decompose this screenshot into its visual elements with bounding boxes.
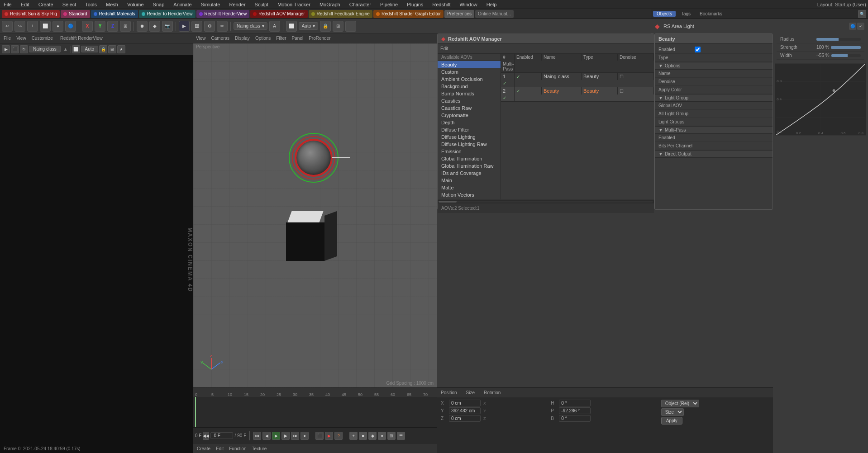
aov-item-bump-normals[interactable]: Bump Normals	[438, 90, 501, 97]
aov-item-normals[interactable]: Normals	[438, 198, 501, 199]
strength-slider[interactable]	[831, 46, 861, 49]
menu-file[interactable]: File	[2, 2, 14, 7]
menu-sculpt[interactable]: Sculpt	[253, 2, 271, 7]
menu-pipeline[interactable]: Pipeline	[378, 2, 400, 7]
tab-feedback-engine[interactable]: Redshift Feedback Engine	[309, 10, 372, 18]
func-function[interactable]: Function	[229, 446, 246, 451]
aov-item-custom[interactable]: Custom	[438, 68, 501, 76]
toolbar-y-axis[interactable]: Y	[95, 21, 105, 32]
radius-slider[interactable]	[816, 38, 861, 41]
render-stop[interactable]: ⬛	[11, 45, 19, 53]
toolbar-render-settings[interactable]: ⚙	[204, 21, 215, 32]
aov-item-diffuse-filter[interactable]: Diffuse Filter	[438, 126, 501, 133]
menu-motion-tracker[interactable]: Motion Tracker	[276, 2, 312, 7]
aov-item-background[interactable]: Background	[438, 83, 501, 90]
cell-multipass-1[interactable]: ✓	[501, 80, 515, 87]
toolbar-cylinder[interactable]: 🔵	[65, 21, 76, 32]
aov-item-main[interactable]: Main	[438, 177, 501, 184]
tab-aov-manager[interactable]: Redshift AOV Manager	[250, 10, 307, 18]
menu-script[interactable]: Window	[458, 2, 479, 7]
film-btn[interactable]: ⊞	[387, 432, 396, 440]
object-name[interactable]: RS Area Light	[663, 24, 694, 29]
aov-item-cryptomatte[interactable]: Cryptomatte	[438, 112, 501, 119]
toolbar-frame[interactable]: ⬜	[286, 21, 297, 32]
tab-online-manual[interactable]: Online Manual...	[475, 10, 514, 18]
keyframe3-btn[interactable]: ◆	[368, 432, 377, 440]
menu-edit[interactable]: Edit	[19, 2, 31, 7]
toolbar-render-active[interactable]: ▶	[179, 21, 190, 32]
tab-redshift-sun-sky[interactable]: Redshift Sun & Sky Rig	[2, 10, 60, 18]
menu-tools[interactable]: Tools	[83, 2, 99, 7]
pos-y-input[interactable]	[449, 407, 481, 414]
tab-standard[interactable]: Standard	[61, 10, 90, 18]
toolbar-keyframe[interactable]: ◆	[149, 21, 160, 32]
toolbar-dots[interactable]: ⋯	[345, 21, 356, 32]
cell-enabled-2[interactable]: ✓	[515, 87, 542, 94]
toolbar-cube[interactable]: ⬜	[40, 21, 51, 32]
func-edit[interactable]: Edit	[216, 446, 224, 451]
toolbar-x-axis[interactable]: X	[82, 21, 93, 32]
aov-item-motion-vectors[interactable]: Motion Vectors	[438, 191, 501, 198]
start-frame[interactable]: 0 F	[195, 433, 201, 438]
aov-item-caustics-raw[interactable]: Caustics Raw	[438, 104, 501, 112]
toolbar-auto-dropdown[interactable]: Auto ▾	[299, 22, 319, 30]
direct-output-section[interactable]: ▼ Direct Output	[655, 150, 773, 158]
tags-tab[interactable]: Tags	[677, 11, 694, 17]
aov-item-matte[interactable]: Matte	[438, 184, 501, 191]
cogwheel-btn[interactable]: ☰	[397, 432, 405, 440]
toolbar-edit-render[interactable]: ✏	[217, 21, 228, 32]
toolbar-camera[interactable]: 📷	[162, 21, 173, 32]
aov-item-diffuse-lighting[interactable]: Diffuse Lighting	[438, 133, 501, 141]
tab-redshift-materials[interactable]: Redshift Materials	[91, 10, 138, 18]
toolbar-a[interactable]: A	[269, 21, 280, 32]
toolbar-new[interactable]: +	[27, 21, 38, 32]
menu-mesh[interactable]: Mesh	[104, 2, 120, 7]
menu-window[interactable]: Help	[485, 2, 499, 7]
star-btn[interactable]: ★	[117, 45, 125, 53]
toolbar-record[interactable]: ⏺	[137, 21, 148, 32]
frame-prev-btn[interactable]: ◀◀	[203, 432, 209, 440]
multipass-section[interactable]: ▼ Multi-Pass	[655, 126, 773, 134]
size-h-input[interactable]	[559, 400, 591, 406]
menu-plugins[interactable]: Plugins	[405, 2, 425, 7]
render-play[interactable]: ▶	[2, 45, 10, 53]
search-btn[interactable]: 🔍	[858, 10, 866, 18]
keyframe2-btn[interactable]: ■	[359, 432, 367, 440]
aov-item-beauty[interactable]: Beauty	[438, 61, 501, 68]
aov-item-ambient-occlusion[interactable]: Ambient Occlusion	[438, 76, 501, 83]
cube-object[interactable]	[286, 222, 324, 261]
vp-menu-filter[interactable]: Filter	[276, 36, 286, 41]
toolbar-grid[interactable]: ⊞	[333, 21, 343, 32]
left-menu-customize[interactable]: Customize	[32, 36, 53, 41]
menu-animate[interactable]: Animate	[172, 2, 193, 7]
left-menu-view[interactable]: View	[16, 36, 26, 41]
sphere-object[interactable]	[296, 140, 332, 176]
scrollbar-thumb[interactable]	[439, 201, 457, 203]
func-create[interactable]: Create	[197, 446, 210, 451]
coord-system-select[interactable]: Object (Rel)	[661, 400, 699, 407]
size-b-input[interactable]	[559, 415, 591, 422]
lock-btn[interactable]: 🔒	[99, 45, 107, 53]
toolbar-world[interactable]: ⊞	[120, 21, 131, 32]
viewport-canvas[interactable]: Perspective X Y Z	[193, 43, 437, 387]
left-menu-file[interactable]: File	[4, 36, 11, 41]
vp-menu-display[interactable]: Display	[235, 36, 250, 41]
vp-menu-view[interactable]: View	[196, 36, 206, 41]
play2-btn[interactable]: ▶	[325, 432, 333, 440]
menu-simulate[interactable]: Simulate	[199, 2, 222, 7]
menu-snap[interactable]: Snap	[151, 2, 167, 7]
play-btn[interactable]: ▶	[272, 432, 280, 440]
aov-item-global-illumination[interactable]: Global Illumination	[438, 155, 501, 162]
cell-denoise-1[interactable]: ☐	[618, 73, 654, 80]
toolbar-z-axis[interactable]: Z	[107, 21, 118, 32]
keyframe4-btn[interactable]: ●	[378, 432, 386, 440]
cell-denoise-2[interactable]: ☐	[618, 87, 654, 94]
pos-z-input[interactable]	[449, 415, 481, 422]
menu-mograph[interactable]: MoGraph	[318, 2, 342, 7]
toolbar-undo[interactable]: ↩	[2, 21, 13, 32]
size-mode-select[interactable]: Size	[661, 408, 684, 416]
vp-menu-cameras[interactable]: Cameras	[211, 36, 230, 41]
rotation-tab[interactable]: Rotation	[484, 390, 501, 395]
cell-enabled-1[interactable]: ✓	[515, 73, 542, 80]
menu-create[interactable]: Create	[37, 2, 55, 7]
